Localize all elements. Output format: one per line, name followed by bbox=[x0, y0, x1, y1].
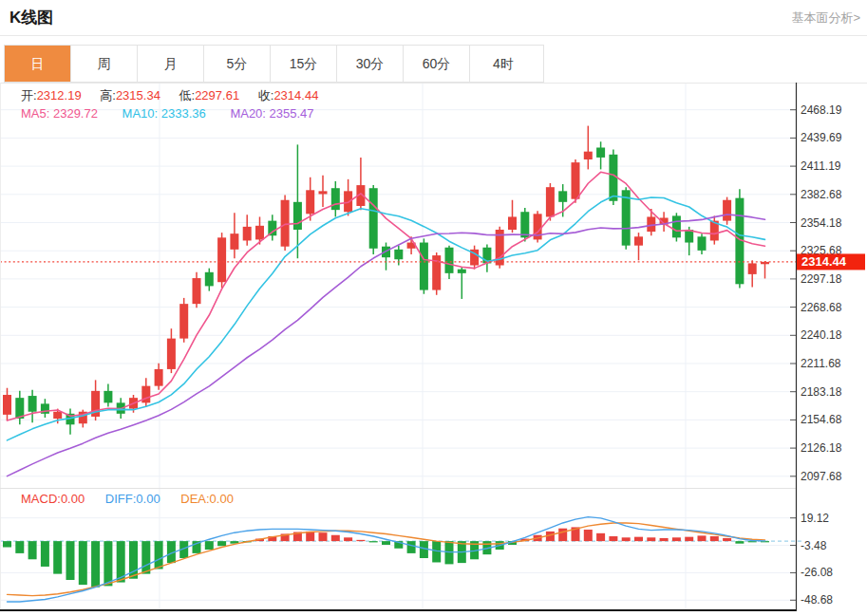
tab-15min[interactable]: 15分 bbox=[271, 46, 337, 82]
tab-week[interactable]: 周 bbox=[71, 46, 138, 82]
timeframe-tabbar: 日 周 月 5分 15分 30分 60分 4时 bbox=[4, 45, 544, 83]
fundamental-analysis-link[interactable]: 基本面分析> bbox=[791, 9, 860, 27]
svg-text:2097.68: 2097.68 bbox=[801, 470, 842, 483]
svg-text:-26.08: -26.08 bbox=[801, 566, 833, 579]
kline-chart: 2468.192439.692411.192382.682354.182325.… bbox=[0, 83, 867, 615]
tab-60min[interactable]: 60分 bbox=[404, 46, 470, 82]
tab-month[interactable]: 月 bbox=[138, 46, 204, 82]
svg-text:2268.68: 2268.68 bbox=[801, 301, 842, 314]
tab-5min[interactable]: 5分 bbox=[204, 46, 271, 82]
svg-text:2126.18: 2126.18 bbox=[801, 441, 842, 455]
svg-text:2314.44: 2314.44 bbox=[801, 254, 847, 269]
page-title: K线图 bbox=[9, 7, 53, 28]
svg-text:2211.68: 2211.68 bbox=[801, 357, 841, 370]
svg-text:2183.18: 2183.18 bbox=[801, 385, 842, 399]
svg-text:-48.68: -48.68 bbox=[801, 593, 833, 607]
svg-text:2411.19: 2411.19 bbox=[801, 159, 841, 173]
tab-4hour[interactable]: 4时 bbox=[470, 46, 537, 82]
tab-day[interactable]: 日 bbox=[5, 46, 71, 82]
svg-text:2468.19: 2468.19 bbox=[801, 103, 842, 117]
svg-text:2240.18: 2240.18 bbox=[801, 328, 842, 342]
chart-area: 2468.192439.692411.192382.682354.182325.… bbox=[0, 83, 867, 615]
svg-text:2354.18: 2354.18 bbox=[801, 216, 842, 230]
widget-header: K线图 基本面分析> bbox=[0, 0, 867, 36]
svg-text:-3.48: -3.48 bbox=[801, 539, 827, 552]
svg-text:2297.18: 2297.18 bbox=[801, 272, 842, 286]
svg-text:2154.68: 2154.68 bbox=[801, 413, 842, 426]
svg-text:2439.69: 2439.69 bbox=[801, 131, 842, 144]
svg-text:19.12: 19.12 bbox=[801, 512, 829, 525]
svg-text:2382.68: 2382.68 bbox=[801, 188, 842, 201]
tab-30min[interactable]: 30分 bbox=[337, 46, 404, 82]
